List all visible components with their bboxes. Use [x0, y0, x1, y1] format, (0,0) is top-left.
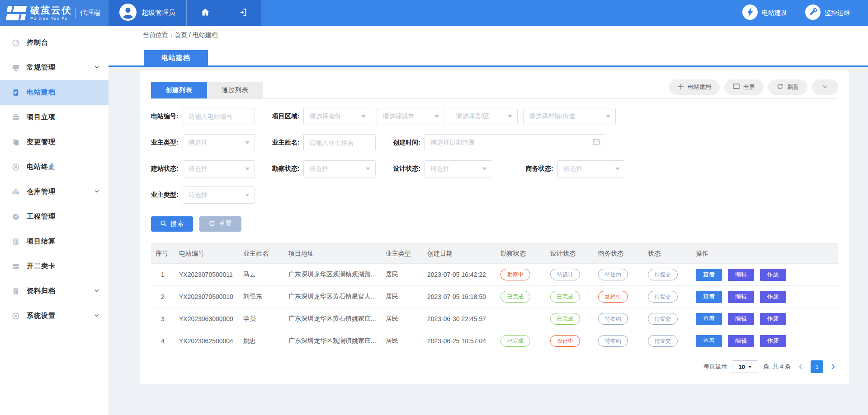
- archive-icon: [12, 287, 20, 295]
- page-tabbar: 电站建档: [108, 44, 868, 67]
- design-status-label: 设计状态:: [393, 165, 420, 173]
- sidebar-item-station-archive[interactable]: 电站建档: [0, 80, 108, 105]
- sidebar-item-system-settings[interactable]: 系统设置: [0, 303, 108, 328]
- void-button[interactable]: 作废: [760, 269, 786, 281]
- view-button[interactable]: 查看: [696, 335, 722, 347]
- void-button[interactable]: 作废: [760, 335, 786, 347]
- content-body: 创建列表 通过列表 电站建档 全屏: [108, 67, 868, 415]
- refresh-icon: [777, 83, 783, 91]
- edit-button[interactable]: 编辑: [728, 269, 754, 281]
- fullscreen-button[interactable]: 全屏: [724, 79, 764, 95]
- business-status-badge: 待签约: [598, 313, 628, 325]
- town-select[interactable]: 请选择村镇/街道: [523, 108, 616, 125]
- cell-code: YX2023062500004: [175, 330, 239, 352]
- create-station-label: 电站建档: [688, 83, 711, 91]
- owner-type-label: 业主类型:: [151, 139, 179, 147]
- edit-button[interactable]: 编辑: [728, 335, 754, 347]
- owner-type-select[interactable]: 请选择: [183, 134, 255, 151]
- sidebar-item-label: 控制台: [27, 38, 99, 47]
- business-status-select[interactable]: 请选择: [557, 160, 625, 177]
- refresh-button[interactable]: 刷新: [768, 79, 807, 95]
- survey-status-select[interactable]: 请选择: [303, 160, 376, 177]
- logout-button[interactable]: [224, 0, 261, 26]
- next-page-button[interactable]: [828, 360, 838, 373]
- collapse-toolbar-button[interactable]: [812, 79, 838, 95]
- sidebar-item-label: 变更管理: [27, 138, 99, 146]
- void-button[interactable]: 作废: [760, 313, 786, 325]
- sidebar-item-engineering-mgmt[interactable]: 工程管理: [0, 204, 108, 229]
- sidebar-item-project-settlement[interactable]: 项目结算: [0, 229, 108, 254]
- sidebar-item-label: 开二类卡: [27, 262, 99, 270]
- cell-created: 2023-07-05 16:42:22: [423, 264, 496, 286]
- search-button[interactable]: 搜索: [151, 216, 193, 232]
- chevron-left-icon: [798, 364, 803, 369]
- cell-no: 3: [151, 308, 175, 330]
- sidebar-item-general-mgmt[interactable]: 常规管理: [0, 55, 108, 80]
- filter-row-1: 电站编号: 项目区域: 请选择省份 请选择城市 请选择县/区 请选择村镇/街道: [151, 108, 838, 125]
- brand-area: 破茧云伏 Po Jian Yun Fu 代理端: [0, 0, 108, 26]
- cell-address: 广东深圳龙华区黄石镇姚家庄...: [284, 308, 381, 330]
- col-code: 电站编号: [175, 244, 239, 264]
- page-tab-station-archive[interactable]: 电站建档: [144, 50, 208, 65]
- home-icon: [200, 8, 210, 19]
- sidebar-item-change-mgmt[interactable]: 变更管理: [0, 130, 108, 154]
- city-select[interactable]: 请选择城市: [377, 108, 444, 125]
- dashboard-icon: [12, 39, 20, 47]
- cell-created: 2023-06-30 22:45:57: [423, 308, 496, 330]
- cell-no: 4: [151, 330, 175, 352]
- settings-icon: [12, 312, 20, 320]
- cell-type: 居民: [381, 286, 423, 308]
- edit-button[interactable]: 编辑: [728, 313, 754, 325]
- breadcrumb-path: 首页 / 电站建档: [175, 31, 218, 39]
- breadcrumb-label: 当前位置：: [143, 31, 175, 39]
- build-status-select[interactable]: 请选择: [183, 160, 255, 177]
- per-page-select[interactable]: 10: [732, 360, 758, 373]
- nav-station-build[interactable]: 电站建设: [742, 5, 787, 21]
- sidebar-item-open-type2-card[interactable]: 开二类卡: [0, 254, 108, 279]
- header-spacer: [261, 0, 742, 26]
- wrench-icon: [805, 5, 821, 21]
- home-button[interactable]: [186, 0, 224, 26]
- cell-type: 居民: [381, 264, 423, 286]
- sidebar-item-warehouse-mgmt[interactable]: 仓库管理: [0, 179, 108, 204]
- user-menu[interactable]: 超级管理员: [108, 0, 186, 26]
- prev-page-button[interactable]: [796, 360, 806, 373]
- nav-monitor-ops[interactable]: 监控运维: [805, 5, 850, 21]
- cell-created: 2023-07-05 16:18:50: [423, 286, 496, 308]
- caret-down-icon: [361, 115, 366, 118]
- design-status-select[interactable]: 请选择: [425, 160, 492, 177]
- owner-type2-select[interactable]: 请选择: [183, 187, 255, 204]
- tab-create-list[interactable]: 创建列表: [151, 82, 207, 98]
- view-button[interactable]: 查看: [696, 313, 722, 325]
- reset-button[interactable]: 重置: [199, 216, 241, 232]
- county-select[interactable]: 请选择县/区: [450, 108, 518, 125]
- tab-passed-list[interactable]: 通过列表: [207, 82, 263, 98]
- filter-row-3: 建站状态: 请选择 勘察状态: 请选择 设计状态: 请选择 商务状态:: [151, 160, 838, 177]
- avatar: [119, 4, 137, 23]
- view-button[interactable]: 查看: [696, 291, 722, 303]
- station-no-label: 电站编号:: [151, 112, 179, 121]
- logout-icon: [238, 8, 247, 19]
- filter-owner-type-2: 业主类型: 请选择: [151, 187, 255, 204]
- sidebar-item-data-archive[interactable]: 资料归档: [0, 279, 108, 303]
- sidebar-item-project-initiation[interactable]: 项目立项: [0, 105, 108, 130]
- sidebar-item-label: 电站建档: [27, 88, 99, 97]
- sidebar-item-station-termination[interactable]: 电站终止: [0, 154, 108, 179]
- sidebar-item-console[interactable]: 控制台: [0, 30, 108, 55]
- view-button[interactable]: 查看: [696, 269, 722, 281]
- panel-toolbar: 电站建档 全屏 刷新: [669, 79, 838, 98]
- owner-name-input[interactable]: [303, 134, 376, 151]
- page-number-1[interactable]: 1: [811, 360, 823, 373]
- edit-button[interactable]: 编辑: [728, 291, 754, 303]
- create-station-button[interactable]: 电站建档: [669, 79, 720, 95]
- top-header: 破茧云伏 Po Jian Yun Fu 代理端 超级管理员: [0, 0, 868, 26]
- province-select[interactable]: 请选择省份: [303, 108, 371, 125]
- table-row: 4 YX2023062500004 姚忠 广东深圳龙华区观澜镇姚家庄... 居民…: [151, 330, 838, 352]
- search-label: 搜索: [170, 220, 184, 228]
- create-time-label: 创建时间:: [393, 139, 420, 147]
- date-range-input[interactable]: 请选择日期范围: [425, 134, 605, 151]
- station-no-input[interactable]: [183, 108, 255, 125]
- stations-table: 序号 电站编号 业主姓名 项目地址 业主类型 创建日期 勘察状态 设计状态 商务…: [151, 243, 838, 352]
- table-row: 2 YX2023070500010 刘强东 广东深圳龙华区黄石镇星官大... 居…: [151, 286, 838, 308]
- void-button[interactable]: 作废: [760, 291, 786, 303]
